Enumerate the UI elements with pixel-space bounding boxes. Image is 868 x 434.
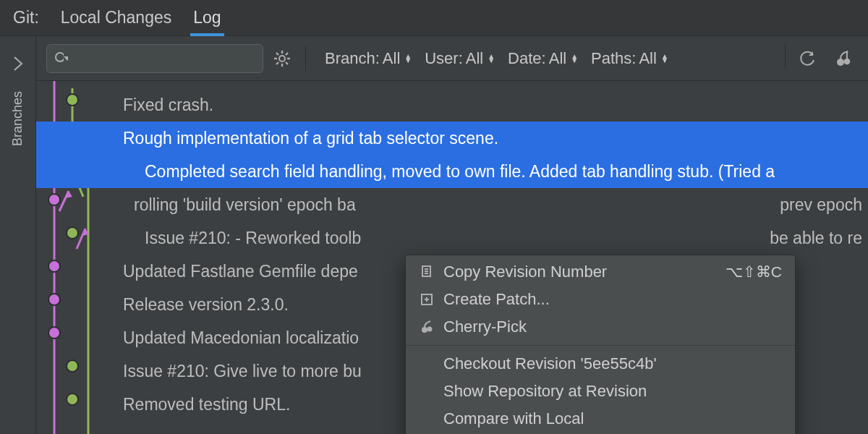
commit-row[interactable]: rolling 'build version' epoch baprev epo… [36, 188, 868, 221]
commit-msg: Release version 2.3.0. [123, 295, 289, 315]
menu-copy-revision[interactable]: Copy Revision Number ⌥⇧⌘C [406, 258, 795, 286]
updown-icon: ▲▼ [661, 54, 668, 63]
refresh-button[interactable] [793, 44, 822, 73]
refresh-icon [799, 50, 816, 67]
expand-sidebar-button[interactable] [4, 49, 33, 78]
menu-label: Compare with Local [443, 409, 584, 428]
svg-point-11 [844, 58, 851, 64]
patch-icon [419, 293, 435, 306]
commit-row[interactable]: Rough implementation of a grid tab selec… [36, 122, 868, 155]
menu-label: Create Patch... [443, 290, 550, 309]
svg-point-1 [279, 56, 285, 61]
svg-point-31 [422, 327, 427, 333]
commit-msg: Updated Macedonian localizatio [123, 328, 359, 348]
commit-msg: Removed testing URL. [123, 395, 290, 414]
svg-point-32 [427, 327, 433, 332]
commit-msg: Fixed crash. [123, 95, 213, 115]
separator [785, 44, 786, 69]
menu-checkout-revision[interactable]: Checkout Revision '5ee55c4b' [406, 350, 795, 378]
cherry-pick-button[interactable] [829, 44, 858, 73]
commit-row[interactable]: Fixed crash. [36, 88, 868, 122]
user-filter[interactable]: User: All ▲▼ [425, 49, 495, 68]
commit-msg: Updated Fastlane Gemfile depe [123, 262, 358, 281]
cherry-icon [419, 320, 435, 333]
svg-point-0 [56, 53, 64, 61]
branch-filter-value: All [383, 49, 400, 68]
paths-filter[interactable]: Paths: All ▲▼ [591, 49, 668, 68]
copy-icon [419, 265, 435, 278]
menu-create-patch[interactable]: Create Patch... [406, 286, 795, 313]
svg-line-7 [286, 62, 288, 64]
menu-shortcut: ⌥⇧⌘C [726, 263, 782, 281]
menu-show-repository[interactable]: Show Repository at Revision [406, 378, 795, 405]
commit-row[interactable]: Issue #210: - Reworked toolbbe able to r… [36, 221, 868, 255]
updown-icon: ▲▼ [488, 54, 495, 63]
commit-tail: be able to re [770, 229, 862, 248]
svg-line-6 [276, 53, 278, 55]
menu-cherry-pick[interactable]: Cherry-Pick [406, 313, 795, 341]
commit-msg: Completed search field handling, moved t… [145, 162, 775, 182]
commit-row[interactable]: Completed search field handling, moved t… [36, 155, 868, 188]
gear-icon [273, 50, 291, 67]
updown-icon: ▲▼ [404, 54, 412, 63]
svg-line-9 [276, 62, 278, 64]
commit-msg: rolling 'build version' epoch ba [134, 195, 356, 215]
cherry-icon [835, 50, 852, 67]
search-icon [54, 51, 64, 66]
menu-label: Copy Revision Number [443, 263, 607, 281]
menu-label: Cherry-Pick [443, 318, 527, 336]
chevron-down-icon [64, 55, 68, 62]
log-toolbar: Branch: All ▲▼ User: All ▲▼ Date: All ▲▼… [36, 36, 868, 81]
chevron-right-icon [12, 56, 25, 72]
tab-log[interactable]: Log [193, 0, 221, 35]
updown-icon: ▲▼ [571, 54, 578, 63]
tab-local-changes[interactable]: Local Changes [61, 0, 171, 35]
menu-compare-local[interactable]: Compare with Local [406, 405, 795, 433]
menu-separator [406, 345, 795, 346]
commit-msg: Issue #210: Give live to more bu [123, 362, 362, 381]
date-filter-label: Date: [508, 49, 546, 68]
commit-context-menu: Copy Revision Number ⌥⇧⌘C Create Patch..… [405, 255, 796, 434]
user-filter-value: All [466, 49, 483, 68]
commit-msg: Issue #210: - Reworked toolb [145, 229, 361, 248]
search-input[interactable] [72, 50, 255, 67]
paths-filter-label: Paths: [591, 49, 636, 68]
commit-log: Fixed crash. Rough implementation of a g… [36, 81, 868, 434]
separator [305, 46, 306, 71]
paths-filter-value: All [639, 49, 656, 68]
date-filter-value: All [549, 49, 566, 68]
commit-tail: prev epoch [780, 195, 862, 215]
svg-point-10 [837, 59, 844, 66]
svg-line-8 [286, 53, 288, 55]
menu-label: Show Repository at Revision [443, 382, 647, 401]
menu-label: Checkout Revision '5ee55c4b' [443, 354, 657, 373]
search-input-wrapper[interactable] [46, 44, 263, 73]
log-settings-button[interactable] [268, 44, 297, 73]
branches-sidebar-label[interactable]: Branches [10, 91, 25, 146]
commit-msg: Rough implementation of a grid tab selec… [123, 129, 498, 148]
git-prefix: Git: [13, 8, 39, 27]
branch-filter[interactable]: Branch: All ▲▼ [325, 49, 412, 68]
user-filter-label: User: [425, 49, 463, 68]
vcs-tabs: Git: Local Changes Log [0, 0, 868, 36]
branch-filter-label: Branch: [325, 49, 380, 68]
date-filter[interactable]: Date: All ▲▼ [508, 49, 578, 68]
